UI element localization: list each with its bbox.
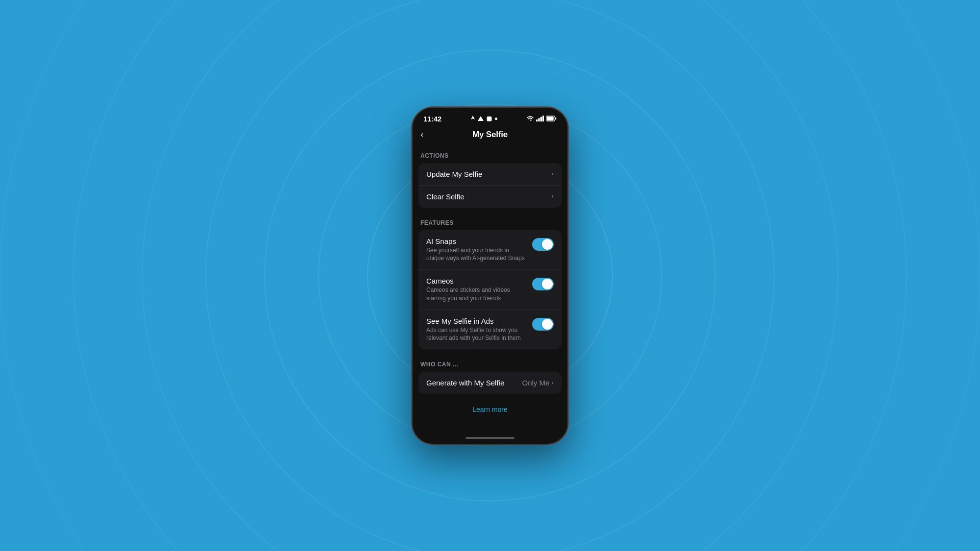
svg-rect-11: [487, 116, 492, 121]
clear-selfie-label: Clear Selfie: [426, 192, 465, 201]
home-bar: [466, 437, 514, 439]
who-can-list: Generate with My Selfie Only Me ›: [418, 372, 562, 394]
learn-more-link[interactable]: Learn more: [472, 406, 508, 413]
status-time: 11:42: [423, 115, 441, 123]
back-button[interactable]: ‹: [420, 129, 424, 140]
learn-more-container: Learn more: [413, 398, 567, 421]
dot-icon: [495, 118, 497, 120]
wifi-icon: [526, 116, 534, 121]
phone-screen: 11:42: [413, 108, 567, 444]
generate-selfie-item[interactable]: Generate with My Selfie Only Me ›: [418, 372, 562, 394]
status-left-icons: [470, 116, 497, 122]
status-right-icons: [526, 116, 557, 121]
svg-rect-18: [547, 117, 554, 120]
ai-snaps-text: AI Snaps See yourself and your friends i…: [426, 237, 526, 263]
svg-rect-13: [538, 118, 539, 121]
ai-snaps-toggle-knob: [542, 239, 553, 250]
selfie-ads-item[interactable]: See My Selfie in Ads Ads can use My Self…: [418, 310, 562, 350]
location-icon: [470, 116, 475, 121]
content-area: ACTIONS Update My Selfie › Clear Selfie …: [413, 144, 567, 433]
cameos-toggle[interactable]: [532, 278, 554, 290]
update-selfie-chevron: ›: [551, 170, 554, 178]
selfie-ads-title: See My Selfie in Ads: [426, 317, 526, 325]
battery-icon: [546, 116, 557, 121]
phone-device: 11:42: [412, 107, 568, 445]
clear-selfie-item[interactable]: Clear Selfie ›: [418, 185, 562, 208]
update-selfie-item[interactable]: Update My Selfie ›: [418, 163, 562, 185]
ai-snaps-title: AI Snaps: [426, 237, 526, 245]
cameos-text: Cameos Cameos are stickers and videos st…: [426, 277, 526, 303]
ai-snaps-toggle[interactable]: [532, 238, 554, 251]
caution-icon: [478, 116, 484, 121]
generate-selfie-value-wrapper: Only Me ›: [522, 379, 554, 387]
generate-selfie-chevron: ›: [551, 379, 554, 387]
generate-selfie-value: Only Me: [522, 379, 549, 387]
svg-rect-12: [536, 120, 538, 121]
cameos-toggle-knob: [542, 279, 553, 289]
svg-rect-14: [540, 117, 542, 121]
cameos-title: Cameos: [426, 277, 526, 285]
actions-section-header: ACTIONS: [413, 144, 567, 163]
navigation-bar: ‹ My Selfie: [413, 126, 567, 144]
phone-frame: 11:42: [412, 107, 568, 445]
clear-selfie-chevron: ›: [551, 192, 554, 200]
svg-rect-15: [542, 116, 544, 121]
selfie-ads-text: See My Selfie in Ads Ads can use My Self…: [426, 317, 526, 343]
status-bar: 11:42: [413, 108, 567, 126]
selfie-ads-toggle-knob: [542, 319, 553, 330]
selfie-ads-desc: Ads can use My Selfie to show you releva…: [426, 326, 526, 343]
ai-snaps-desc: See yourself and your friends in unique …: [426, 246, 526, 263]
selfie-ads-toggle[interactable]: [532, 318, 554, 331]
home-indicator: [413, 433, 567, 444]
svg-rect-17: [555, 118, 556, 120]
cameos-desc: Cameos are stickers and videos starring …: [426, 286, 526, 303]
page-title: My Selfie: [472, 130, 508, 140]
snapchat-ghost-icon: [486, 116, 492, 122]
cameos-item[interactable]: Cameos Cameos are stickers and videos st…: [418, 269, 562, 310]
signal-icon: [536, 116, 544, 121]
ai-snaps-item[interactable]: AI Snaps See yourself and your friends i…: [418, 230, 562, 270]
actions-list: Update My Selfie › Clear Selfie ›: [418, 163, 562, 208]
update-selfie-label: Update My Selfie: [426, 170, 482, 178]
features-section-header: FEATURES: [413, 212, 567, 230]
who-can-section-header: WHO CAN ...: [413, 353, 567, 372]
features-list: AI Snaps See yourself and your friends i…: [418, 230, 562, 350]
generate-selfie-label: Generate with My Selfie: [426, 379, 504, 387]
